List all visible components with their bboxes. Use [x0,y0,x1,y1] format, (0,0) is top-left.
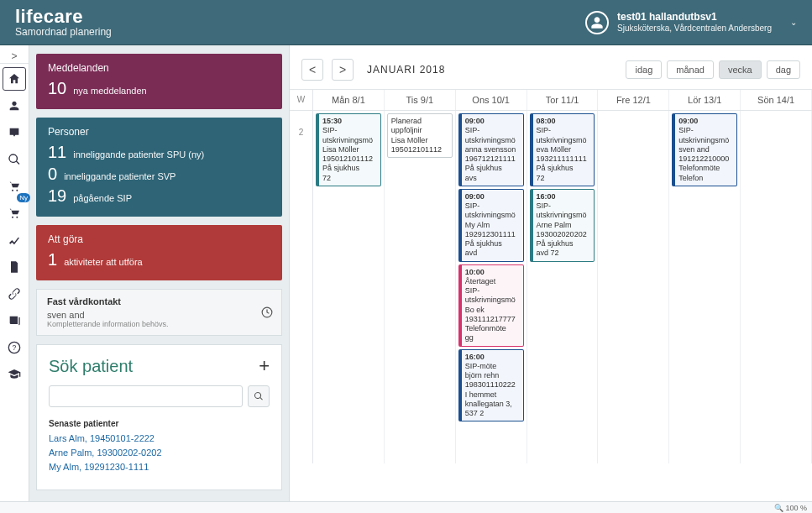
day-cell[interactable] [598,111,669,463]
chart-line-icon [8,233,21,247]
sidebar-item-person[interactable] [3,94,26,118]
user-menu[interactable]: test01 hallandutbsv1 Sjuksköterska, Vård… [585,11,797,34]
brand-block: lifecare Samordnad planering [15,7,112,38]
personer-label-1: inneliggande patienter SVP [64,171,175,181]
day-header: Sön 14/1 [741,90,811,110]
home-icon [8,72,21,86]
day-header: Tis 9/1 [385,90,455,110]
chevron-down-icon: ⌄ [790,18,797,27]
svg-text:?: ? [13,343,17,352]
user-text: test01 hallandutbsv1 Sjuksköterska, Vård… [617,11,772,33]
calendar-event[interactable]: 09:00SIP-utskrivningsmöanna svensson1967… [458,113,524,186]
next-week-button[interactable]: > [332,59,354,81]
view-manad-button[interactable]: månad [667,60,714,79]
search-input[interactable] [49,385,243,407]
app-header: lifecare Samordnad planering test01 hall… [0,0,812,45]
calendar-event[interactable]: 08:00SIP-utskrivningsmöeva Möller1932111… [530,113,595,186]
sidebar-item-home[interactable] [3,67,26,91]
user-name: test01 hallandutbsv1 [617,11,772,23]
personer-count-2: 19 [48,186,66,206]
card-title: Meddelanden [48,62,270,74]
sidebar-item-education[interactable] [3,363,26,386]
day-header: Ons 10/1 [456,90,526,110]
prev-week-button[interactable]: < [301,59,323,81]
user-role: Sjuksköterska, Vårdcentralen Andersberg [617,24,772,34]
link-icon [8,287,21,301]
day-cell[interactable] [741,111,812,463]
patient-link[interactable]: Arne Palm, 19300202-0202 [49,448,270,458]
svg-point-2 [12,217,13,218]
attgora-count: 1 [48,250,57,270]
search-icon [8,153,21,166]
sidebar-item-search[interactable] [3,148,26,171]
card-personer[interactable]: Personer 11 inneliggande patienter SPU (… [36,118,282,217]
search-button[interactable] [248,385,270,407]
user-icon [590,16,604,29]
calendar-month-label: JANUARI 2018 [367,64,445,76]
cart-icon [8,180,21,193]
person-icon [8,99,21,113]
sidebar-item-stats[interactable] [3,228,26,252]
card-search-patient: Sök patient + Senaste patienter Lars Alm… [36,344,282,490]
calendar-event[interactable]: 10:00ÅtertagetSIP-utskrivningsmöBo ek193… [458,264,524,347]
personer-label-0: inneliggande patienter SPU (ny) [73,149,204,160]
inbox-icon [8,126,21,139]
card-meddelanden[interactable]: Meddelanden 10 nya meddelanden [36,54,282,109]
fast-title: Fast vårdkontakt [47,296,271,306]
day-cell[interactable]: 15:30SIP-utskrivningsmöLisa Möller195012… [313,111,385,463]
view-dag-button[interactable]: dag [767,60,800,79]
svg-point-0 [12,190,13,191]
cart-icon [8,207,21,220]
sidebar-item-document[interactable] [3,255,26,279]
card-fast-vardkontakt[interactable]: Fast vårdkontakt sven and Kompletterande… [36,289,282,336]
card-title: Att göra [48,233,270,245]
sidebar-collapse-handle[interactable]: > [0,49,29,64]
meddelanden-label: nya meddelanden [73,86,146,96]
brand-name: lifecare [15,7,112,27]
calendar-grid: W Mån 8/1 Tis 9/1 Ons 10/1 Tor 11/1 Fre … [290,89,812,501]
sidebar-item-help[interactable]: ? [3,336,26,359]
meddelanden-count: 10 [48,79,66,98]
card-attgora[interactable]: Att göra 1 aktiviteter att utföra [36,225,282,280]
status-bar: 🔍 100 % [0,501,812,513]
svg-point-1 [16,190,18,191]
personer-count-1: 0 [48,165,57,184]
day-header: Fre 12/1 [598,90,668,110]
view-idag-button[interactable]: idag [626,60,662,79]
day-cell[interactable]: 09:00SIP-utskrivningsmöanna svensson1967… [456,111,527,463]
sidebar-item-news[interactable] [3,309,26,332]
calendar-event[interactable]: Planerad uppföljnirLisa Möller1950121011… [387,113,453,158]
svg-point-3 [16,217,18,218]
day-cell[interactable]: 08:00SIP-utskrivningsmöeva Möller1932111… [527,111,599,463]
sidebar-item-cart[interactable]: Ny [3,175,26,198]
brand-subtitle: Samordnad planering [15,27,112,38]
sidebar-item-cart-2[interactable] [3,202,26,225]
add-patient-button[interactable]: + [259,355,270,377]
avatar [585,11,609,34]
calendar-area: < > JANUARI 2018 idag månad vecka dag W … [290,45,812,501]
patient-link[interactable]: Lars Alm, 19450101-2222 [49,433,270,443]
calendar-event[interactable]: 09:00SIP-utskrivningsmöMy Alm19291230111… [458,189,524,262]
document-icon [8,260,21,274]
day-cell[interactable]: 09:00SIP-utskrivningsmösven and191212210… [669,111,741,463]
calendar-event[interactable]: 09:00SIP-utskrivningsmösven and191212210… [672,113,737,186]
help-icon: ? [8,341,21,354]
week-number: 2 [290,111,313,463]
sidebar-item-link[interactable] [3,282,26,306]
graduation-cap-icon [8,368,21,381]
patient-link[interactable]: My Alm, 19291230-1111 [49,462,270,472]
attgora-label: aktiviteter att utföra [64,257,143,267]
day-header: Mån 8/1 [313,90,384,110]
view-vecka-button[interactable]: vecka [719,60,762,79]
calendar-toolbar: < > JANUARI 2018 idag månad vecka dag [290,45,812,89]
personer-label-2: pågående SIP [73,193,132,203]
icon-sidebar: > Ny ? [0,45,29,501]
sidebar-item-inbox[interactable] [3,121,26,144]
calendar-event[interactable]: 16:00SIP-mötebjörn rehn198301110222I hem… [458,349,524,422]
day-header: Tor 11/1 [527,90,598,110]
day-cell[interactable]: Planerad uppföljnirLisa Möller1950121011… [385,111,456,463]
calendar-event[interactable]: 16:00SIP-utskrivningsmöArne Palm19300202… [530,189,595,262]
newspaper-icon [8,314,21,327]
fast-name: sven and [47,310,271,320]
calendar-event[interactable]: 15:30SIP-utskrivningsmöLisa Möller195012… [316,113,381,186]
